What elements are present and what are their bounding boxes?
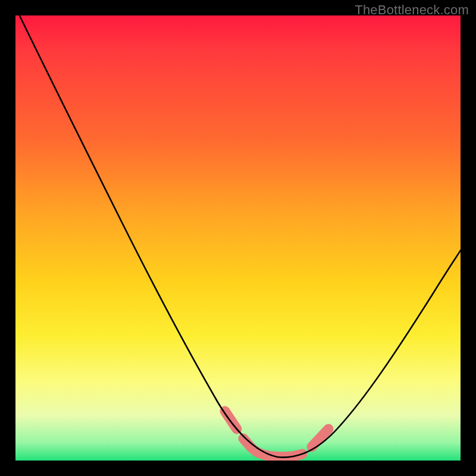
bottleneck-curve xyxy=(15,15,461,461)
curve-path xyxy=(17,15,461,458)
watermark-text: TheBottleneck.com xyxy=(355,2,469,18)
plot-area xyxy=(15,15,461,461)
chart-frame: TheBottleneck.com xyxy=(0,0,476,476)
